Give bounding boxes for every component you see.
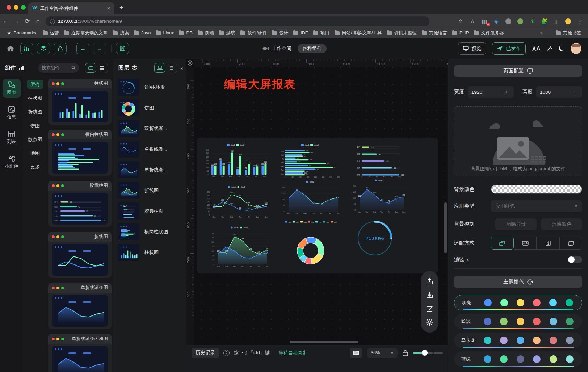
layer-list-view-toggle[interactable]	[165, 63, 177, 73]
dashboard-chart-hbar[interactable]: data1data2050100150200250300350Sun130160…	[277, 142, 344, 180]
layers-drawer-button[interactable]	[37, 43, 50, 54]
layer-item[interactable]: 25%饼图-环形	[113, 77, 186, 97]
grid-view-toggle[interactable]	[96, 63, 108, 73]
bookmark-item[interactable]: 搜索	[110, 30, 131, 36]
theme-color-header[interactable]: 主题颜色	[454, 276, 582, 288]
macos-close-button[interactable]	[7, 5, 11, 10]
bookmark-item[interactable]: 运营	[40, 30, 62, 36]
category-柱状图[interactable]: 柱状图	[27, 93, 43, 103]
details-drawer-button[interactable]	[54, 43, 67, 54]
component-card[interactable]: 单折线渐变面积图	[48, 334, 112, 372]
bg-color-swatch[interactable]	[491, 185, 582, 194]
bookmark-item[interactable]: 设计	[269, 30, 291, 36]
category-更多[interactable]: 更多	[27, 162, 43, 171]
component-card[interactable]: 胶囊柱图厦门20南阳40北京60上海80新疆100	[48, 181, 112, 227]
bookmarks-manager[interactable]: ★Bookmarks	[4, 30, 39, 36]
height-input[interactable]: 1080 −+	[536, 86, 582, 98]
layer-item[interactable]: 单折线渐...	[113, 139, 186, 159]
layer-item[interactable]: 饼图	[113, 97, 186, 118]
layer-item[interactable]: 单折线渐...	[113, 159, 186, 180]
layer-item[interactable]: 双折线渐...	[113, 118, 186, 139]
stepper-minus-plus[interactable]: −+	[568, 89, 579, 95]
share-icon[interactable]: ⇧	[457, 18, 464, 25]
theme-row-明亮[interactable]: 明亮	[454, 295, 582, 310]
settings-gear-icon[interactable]	[426, 319, 433, 326]
zoom-slider[interactable]	[413, 350, 443, 356]
quick-panel-button[interactable]	[350, 348, 362, 358]
evernote-star-icon[interactable]: ✳	[529, 18, 536, 25]
clear-background-button[interactable]: 清除背景	[495, 218, 537, 230]
dashboard-chart-area1[interactable]: data1050100150200MonTueWedThuFriSatSun12…	[349, 177, 409, 216]
dark-mode-moon-icon[interactable]	[558, 45, 565, 52]
edit-icon[interactable]	[427, 305, 433, 312]
single-view-toggle[interactable]	[85, 63, 96, 73]
bookmark-item[interactable]: 文件服务器	[471, 30, 507, 36]
history-button[interactable]: 历史记录	[192, 348, 219, 358]
background-upload-dropzone[interactable]: 背景图需小于 5M ，格式为 png/jpg/gif 的文件	[454, 106, 582, 176]
bookmark-item[interactable]: IDE	[291, 30, 311, 35]
bookmark-item[interactable]: Java	[131, 30, 153, 35]
bookmark-item[interactable]: 其他语言	[419, 30, 450, 36]
zoom-select[interactable]: 36%▼	[367, 348, 398, 358]
ruler-eye-icon[interactable]	[186, 59, 194, 67]
bookmark-item[interactable]: 项目	[311, 30, 332, 36]
clear-color-button[interactable]: 清除颜色	[541, 218, 582, 230]
extension-green-circle-icon[interactable]	[517, 18, 524, 25]
save-button[interactable]	[116, 43, 129, 54]
dashboard-chart-line1[interactable]: data1050100150200MonTueWedThuFriSatSun	[278, 178, 342, 217]
search-components-input[interactable]: 搜索组件	[38, 63, 79, 73]
fit-width-button[interactable]	[514, 237, 537, 250]
site-info-icon[interactable]: i	[50, 19, 55, 24]
charts-drawer-button[interactable]	[20, 43, 33, 54]
redo-button[interactable]: →	[93, 43, 106, 54]
dashboard-chart-donut[interactable]: MonTueWedThuFriSatSun	[284, 220, 338, 272]
page-config-header[interactable]: 页面配置	[454, 65, 582, 77]
dashboard-chart-line2[interactable]: data1data2050100150200250300350MonTueWed…	[203, 183, 270, 220]
browser-tab[interactable]: 工作空间-各种组件 ✕	[28, 2, 114, 14]
component-card[interactable]: 横向柱状图	[48, 130, 112, 176]
bookmark-item[interactable]: 网站/博客/文章/工具	[332, 30, 384, 36]
extension-icon[interactable]: ▥9	[481, 18, 488, 25]
bookmark-item[interactable]: DB	[176, 30, 195, 35]
bookmark-item[interactable]: 软件/硬件	[238, 30, 269, 36]
url-bar[interactable]: i 127.0.0.1:3000/#/chart/home/9	[46, 16, 429, 26]
forward-icon[interactable]: →	[11, 18, 22, 25]
canvas-page-title[interactable]: 编辑大屏报表	[224, 77, 296, 92]
dashboard-chart-bar[interactable]: data1data2050100150200250300350120130Mon…	[202, 142, 270, 180]
layer-item[interactable]: 横向柱状图	[113, 221, 186, 242]
reload-icon[interactable]: ⟳	[22, 17, 33, 25]
user-avatar[interactable]	[571, 43, 581, 54]
app-type-select[interactable]: 应用颜色▼	[491, 200, 582, 212]
category-散点图[interactable]: 散点图	[27, 135, 43, 144]
component-card[interactable]: 单折线渐变图	[48, 283, 112, 329]
bookmark-item[interactable]: 资讯未整理	[385, 30, 420, 36]
fit-stretch-button[interactable]	[559, 237, 582, 250]
theme-row-马卡龙[interactable]: 马卡龙	[454, 333, 582, 348]
layer-thumbnail-view-toggle[interactable]	[154, 63, 165, 73]
translate-icon[interactable]: 文A	[532, 45, 540, 52]
dashboard-chart-ring[interactable]: 25.00%	[354, 214, 395, 259]
category-地图[interactable]: 地图	[27, 149, 43, 158]
pin-extension-icon[interactable]: ◈	[493, 18, 500, 25]
new-tab-button[interactable]: +	[119, 4, 123, 12]
bookmarks-overflow-chevron[interactable]: »	[540, 30, 543, 35]
width-input[interactable]: 1920 −+	[468, 86, 514, 98]
slider-knob[interactable]	[422, 350, 428, 356]
bookmark-item[interactable]: 近期需要读的文章	[62, 30, 110, 36]
theme-row-暗淡[interactable]: 暗淡	[454, 314, 582, 329]
layer-item[interactable]: 胶囊柱图	[113, 201, 186, 221]
bookmark-star-icon[interactable]: ☆	[469, 18, 476, 25]
rail-item-图表[interactable]: 图表	[3, 79, 21, 98]
project-name-pill[interactable]: 各种组件	[298, 44, 327, 53]
component-card[interactable]: 折线图	[48, 232, 112, 278]
component-card[interactable]: 柱状图	[48, 79, 112, 125]
dashboard-preview[interactable]: data1data2050100150200250300350120130Mon…	[197, 138, 438, 273]
profile-avatar-icon[interactable]	[564, 18, 572, 25]
rail-item-小组件[interactable]: 小组件	[3, 153, 21, 172]
theme-row-蓝绿[interactable]: 蓝绿	[454, 351, 582, 367]
collapse-panel-chevron[interactable]: ‹	[181, 65, 183, 71]
import-icon[interactable]	[426, 292, 433, 298]
bookmark-item[interactable]: 游戏	[217, 30, 238, 36]
layer-item[interactable]: 柱状图	[113, 242, 186, 263]
lock-icon[interactable]	[403, 350, 408, 356]
